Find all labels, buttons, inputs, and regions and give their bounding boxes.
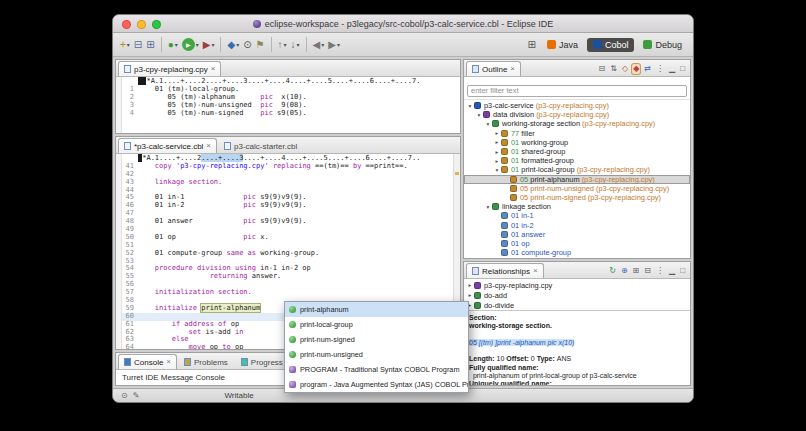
dropdown-caret-icon[interactable]: ▾ xyxy=(175,41,178,48)
zoom-window-button[interactable] xyxy=(152,20,161,29)
save-button[interactable]: ⊟ xyxy=(132,36,144,54)
view-menu-icon[interactable]: ⋮ xyxy=(655,266,665,276)
relationship-item-do-divide[interactable]: ▸do-divide xyxy=(464,300,690,310)
back-button[interactable]: ◀▾ xyxy=(311,36,327,54)
tab-console[interactable]: Console× xyxy=(118,354,177,369)
dropdown-caret-icon[interactable]: ▾ xyxy=(297,41,300,48)
outline-node-working-group[interactable]: ▸01 working-group xyxy=(464,138,690,147)
outline-node-procedure-division[interactable]: ▾procedure division xyxy=(464,257,690,258)
minimize-window-button[interactable] xyxy=(137,20,146,29)
copybook-editor-lines[interactable]: *A.1....+....2....+....3....+....4....+.… xyxy=(122,77,460,133)
outline-node-print-alphanum[interactable]: 05 print-alphanum (p3-cpy-replacing.cpy) xyxy=(464,175,690,184)
code-line-55[interactable]: 55 returning answer. xyxy=(122,273,453,281)
collapse-arrow-icon[interactable]: ▾ xyxy=(466,103,474,109)
new-wizard-button[interactable]: +▾ xyxy=(118,36,132,54)
close-icon[interactable]: × xyxy=(206,142,211,150)
tab-p3-calc-starter-cbl[interactable]: p3-calc-starter.cbl xyxy=(218,138,303,153)
outline-node-print-local-group[interactable]: ▾01 print-local-group (p3-cpy-replacing.… xyxy=(464,165,690,174)
sort-icon[interactable]: ⇅ xyxy=(609,64,618,74)
tab-p3-calc-service-cbl[interactable]: *p3-calc-service.cbl× xyxy=(118,138,217,153)
refresh-icon[interactable]: ↻ xyxy=(608,266,617,276)
relationship-item-do-add[interactable]: ▸do-add xyxy=(464,290,690,300)
code-line-41[interactable]: 41 copy 'p3-cpy-replacing.cpy' replacing… xyxy=(122,163,453,171)
link-with-editor-icon[interactable]: ⇄ xyxy=(643,64,652,74)
scope-icon[interactable]: ⊕ xyxy=(620,266,629,276)
maximize-view-icon[interactable]: □ xyxy=(679,266,686,276)
outline-node-filler[interactable]: ▸77 filler xyxy=(464,129,690,138)
titlebar[interactable]: eclipse-workspace - p3legacy/src-cobol/p… xyxy=(113,15,693,33)
outline-node-shared-group[interactable]: ▸01 shared-group xyxy=(464,147,690,156)
dropdown-caret-icon[interactable]: ▾ xyxy=(337,41,340,48)
close-icon[interactable]: × xyxy=(533,267,538,275)
expand-arrow-icon[interactable]: ▸ xyxy=(493,149,501,155)
outline-node-formatted-group[interactable]: ▸01 formatted-group xyxy=(464,156,690,165)
save-all-button[interactable]: ⊞ xyxy=(144,36,156,54)
run-button[interactable]: ▶▾ xyxy=(180,36,201,54)
filter-fields-icon[interactable]: ◇ xyxy=(621,64,629,74)
close-icon[interactable]: × xyxy=(510,65,515,73)
code-line-57[interactable]: 57 initialization section. xyxy=(122,289,453,297)
code-line-52[interactable]: 52 01 compute-group same as working-grou… xyxy=(122,250,453,258)
collapse-arrow-icon[interactable]: ▾ xyxy=(493,167,501,173)
outline-node-compute-group[interactable]: 01 compute-group xyxy=(464,248,690,257)
view-menu-icon[interactable]: ⋮ xyxy=(655,64,665,74)
previous-annotation-button[interactable]: ↑▾ xyxy=(276,36,289,54)
completion-item-print-num-signed[interactable]: print-num-signed xyxy=(285,332,468,347)
expand-arrow-icon[interactable]: ▸ xyxy=(493,139,501,145)
tab-p3-cpy-replacing-cpy[interactable]: p3-cpy-replacing.cpy× xyxy=(118,61,221,76)
next-annotation-button[interactable]: ↓▾ xyxy=(289,36,302,54)
outline-node-working-storage-section[interactable]: ▾working-storage section (p3-cpy-replaci… xyxy=(464,119,690,128)
code-line-4[interactable]: 4 05 (tm)-num-signed pic s9(05). xyxy=(122,110,460,118)
outline-filter-input[interactable] xyxy=(467,85,687,97)
copybook-editor[interactable]: *A.1....+....2....+....3....+....4....+.… xyxy=(116,77,460,133)
debug-button[interactable]: ●▾ xyxy=(166,36,180,54)
collapse-arrow-icon[interactable]: ▾ xyxy=(484,204,492,210)
minimize-view-icon[interactable]: ▁ xyxy=(668,64,676,74)
expand-arrow-icon[interactable]: ▸ xyxy=(493,158,501,164)
expand-arrow-icon[interactable]: ▸ xyxy=(493,130,501,136)
run-external-tools-button[interactable]: ▶▾ xyxy=(201,36,217,54)
expand-arrow-icon[interactable]: ▸ xyxy=(466,282,474,288)
dropdown-caret-icon[interactable]: ▾ xyxy=(321,41,324,48)
tab-relationships[interactable]: Relationships × xyxy=(466,263,544,278)
dropdown-caret-icon[interactable]: ▾ xyxy=(211,41,214,48)
code-line-46[interactable]: 46 01 in-2 pic s9(9)v9(9). xyxy=(122,202,453,210)
outline-node-linkage-section[interactable]: ▾linkage section xyxy=(464,202,690,211)
outline-node-print-num-unsigned[interactable]: 05 print-num-unsigned (p3-cpy-replacing.… xyxy=(464,184,690,193)
outline-node-data-division[interactable]: ▾data division (p3-cpy-replacing.cpy) xyxy=(464,110,690,119)
tab-outline[interactable]: Outline × xyxy=(466,61,521,76)
outline-node-in-2[interactable]: 01 in-2 xyxy=(464,220,690,229)
open-perspective-button[interactable]: ⊞ xyxy=(526,36,538,54)
completion-item-print-alphanum[interactable]: print-alphanum xyxy=(285,302,468,317)
completion-item-print-local-group[interactable]: print-local-group xyxy=(285,317,468,332)
completion-item-print-num-unsigned[interactable]: print-num-unsigned xyxy=(285,347,468,362)
expand-arrow-icon[interactable]: ▸ xyxy=(466,292,474,298)
overview-marker[interactable] xyxy=(455,172,459,175)
completion-item-program-traditional-syntax-cobol-program[interactable]: PROGRAM - Traditional Syntax COBOL Progr… xyxy=(285,362,468,377)
collapse-all-icon[interactable]: ⊟ xyxy=(643,266,652,276)
forward-button[interactable]: ▶▾ xyxy=(326,36,342,54)
code-line-43[interactable]: 43 linkage section. xyxy=(122,179,453,187)
collapse-arrow-icon[interactable]: ▾ xyxy=(484,121,492,127)
hide-copybook-elements-icon[interactable]: ◆ xyxy=(632,64,640,74)
relationship-item-p3-cpy-replacing-cpy[interactable]: ▸p3-cpy-replacing.cpy xyxy=(464,280,690,290)
outline-node-in-1[interactable]: 01 in-1 xyxy=(464,211,690,220)
completion-item-program-java-augmented-syntax-jas-cobol-program[interactable]: program - Java Augmented Syntax (JAS) CO… xyxy=(285,377,468,392)
outline-node-print-num-signed[interactable]: 05 print-num-signed (p3-cpy-replacing.cp… xyxy=(464,193,690,202)
dropdown-caret-icon[interactable]: ▾ xyxy=(196,41,199,48)
open-element-button[interactable]: ⊙ xyxy=(241,36,253,54)
close-icon[interactable]: × xyxy=(211,65,216,73)
maximize-view-icon[interactable]: □ xyxy=(679,64,686,74)
outline-node-answer[interactable]: 01 answer xyxy=(464,230,690,239)
code-line-48[interactable]: 48 01 answer pic s9(9)v9(9). xyxy=(122,218,453,226)
collapse-arrow-icon[interactable]: ▾ xyxy=(475,112,483,118)
perspective-cobol-button[interactable]: Cobol xyxy=(587,38,635,52)
collapse-all-icon[interactable]: ⊟ xyxy=(598,64,607,74)
expand-all-icon[interactable]: ⊞ xyxy=(632,266,641,276)
outline-node-p3-calc-service[interactable]: ▾p3-calc-service (p3-cpy-replacing.cpy) xyxy=(464,101,690,110)
code-line-50[interactable]: 50 01 op pic x. xyxy=(122,234,453,242)
dropdown-caret-icon[interactable]: ▾ xyxy=(127,41,130,48)
dropdown-caret-icon[interactable]: ▾ xyxy=(284,41,287,48)
close-icon[interactable]: × xyxy=(166,358,171,366)
tab-progress[interactable]: Progress xyxy=(235,354,289,369)
